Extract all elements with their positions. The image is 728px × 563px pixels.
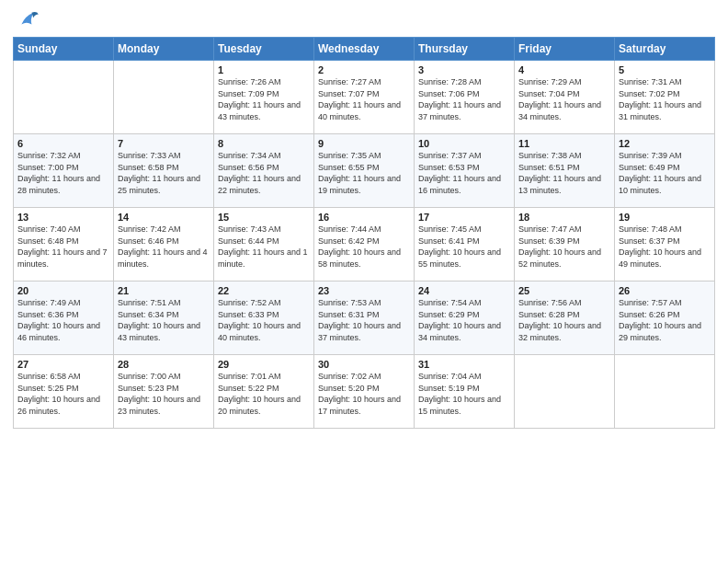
calendar-cell: 8Sunrise: 7:34 AM Sunset: 6:56 PM Daylig…	[214, 134, 314, 208]
calendar-cell: 2Sunrise: 7:27 AM Sunset: 7:07 PM Daylig…	[314, 61, 415, 134]
calendar-cell: 6Sunrise: 7:32 AM Sunset: 7:00 PM Daylig…	[14, 134, 114, 208]
cell-content: Sunrise: 7:02 AM Sunset: 5:20 PM Dayligh…	[318, 371, 410, 417]
calendar-cell: 15Sunrise: 7:43 AM Sunset: 6:44 PM Dayli…	[214, 208, 314, 282]
day-number: 20	[17, 285, 109, 296]
day-number: 23	[318, 285, 410, 296]
calendar-cell: 26Sunrise: 7:57 AM Sunset: 6:26 PM Dayli…	[615, 282, 715, 355]
header-cell-tuesday: Tuesday	[214, 38, 314, 61]
calendar-cell: 5Sunrise: 7:31 AM Sunset: 7:02 PM Daylig…	[615, 61, 715, 134]
cell-content: Sunrise: 7:44 AM Sunset: 6:42 PM Dayligh…	[318, 224, 410, 270]
calendar-cell	[14, 61, 114, 134]
cell-content: Sunrise: 7:56 AM Sunset: 6:28 PM Dayligh…	[518, 297, 610, 343]
calendar-cell: 17Sunrise: 7:45 AM Sunset: 6:41 PM Dayli…	[415, 208, 515, 282]
cell-content: Sunrise: 7:39 AM Sunset: 6:49 PM Dayligh…	[619, 150, 711, 196]
cell-content: Sunrise: 7:26 AM Sunset: 7:09 PM Dayligh…	[218, 76, 310, 122]
header-cell-saturday: Saturday	[615, 38, 715, 61]
week-row-1: 6Sunrise: 7:32 AM Sunset: 7:00 PM Daylig…	[14, 134, 715, 208]
day-number: 21	[118, 285, 210, 296]
cell-content: Sunrise: 7:34 AM Sunset: 6:56 PM Dayligh…	[218, 150, 310, 196]
day-number: 18	[518, 212, 610, 223]
calendar-cell	[615, 355, 715, 429]
week-row-2: 13Sunrise: 7:40 AM Sunset: 6:48 PM Dayli…	[14, 208, 715, 282]
cell-content: Sunrise: 6:58 AM Sunset: 5:25 PM Dayligh…	[17, 371, 109, 417]
cell-content: Sunrise: 7:45 AM Sunset: 6:41 PM Dayligh…	[418, 224, 510, 270]
cell-content: Sunrise: 7:35 AM Sunset: 6:55 PM Dayligh…	[318, 150, 410, 196]
day-number: 15	[218, 212, 310, 223]
calendar-cell: 31Sunrise: 7:04 AM Sunset: 5:19 PM Dayli…	[415, 355, 515, 429]
day-number: 12	[619, 138, 711, 149]
calendar-cell: 10Sunrise: 7:37 AM Sunset: 6:53 PM Dayli…	[415, 134, 515, 208]
cell-content: Sunrise: 7:42 AM Sunset: 6:46 PM Dayligh…	[118, 224, 210, 270]
day-number: 30	[318, 359, 410, 370]
cell-content: Sunrise: 7:52 AM Sunset: 6:33 PM Dayligh…	[218, 297, 310, 343]
calendar-cell	[114, 61, 214, 134]
calendar-cell: 20Sunrise: 7:49 AM Sunset: 6:36 PM Dayli…	[14, 282, 114, 355]
day-number: 2	[318, 64, 410, 75]
calendar-cell: 18Sunrise: 7:47 AM Sunset: 6:39 PM Dayli…	[515, 208, 615, 282]
logo	[13, 9, 42, 31]
cell-content: Sunrise: 7:33 AM Sunset: 6:58 PM Dayligh…	[118, 150, 210, 196]
day-number: 24	[418, 285, 510, 296]
cell-content: Sunrise: 7:40 AM Sunset: 6:48 PM Dayligh…	[17, 224, 109, 270]
week-row-4: 27Sunrise: 6:58 AM Sunset: 5:25 PM Dayli…	[14, 355, 715, 429]
calendar-cell: 25Sunrise: 7:56 AM Sunset: 6:28 PM Dayli…	[515, 282, 615, 355]
calendar-cell	[515, 355, 615, 429]
day-number: 9	[318, 138, 410, 149]
calendar-cell: 28Sunrise: 7:00 AM Sunset: 5:23 PM Dayli…	[114, 355, 214, 429]
cell-content: Sunrise: 7:27 AM Sunset: 7:07 PM Dayligh…	[318, 76, 410, 122]
cell-content: Sunrise: 7:49 AM Sunset: 6:36 PM Dayligh…	[17, 297, 109, 343]
header-cell-wednesday: Wednesday	[314, 38, 415, 61]
day-number: 3	[418, 64, 510, 75]
cell-content: Sunrise: 7:57 AM Sunset: 6:26 PM Dayligh…	[619, 297, 711, 343]
day-number: 13	[17, 212, 109, 223]
cell-content: Sunrise: 7:31 AM Sunset: 7:02 PM Dayligh…	[619, 76, 711, 122]
day-number: 16	[318, 212, 410, 223]
calendar-cell: 27Sunrise: 6:58 AM Sunset: 5:25 PM Dayli…	[14, 355, 114, 429]
day-number: 1	[218, 64, 310, 75]
day-number: 7	[118, 138, 210, 149]
header-cell-thursday: Thursday	[415, 38, 515, 61]
calendar-cell: 14Sunrise: 7:42 AM Sunset: 6:46 PM Dayli…	[114, 208, 214, 282]
day-number: 19	[619, 212, 711, 223]
header-cell-sunday: Sunday	[14, 38, 114, 61]
day-number: 27	[17, 359, 109, 370]
cell-content: Sunrise: 7:29 AM Sunset: 7:04 PM Dayligh…	[518, 76, 610, 122]
header-cell-monday: Monday	[114, 38, 214, 61]
cell-content: Sunrise: 7:00 AM Sunset: 5:23 PM Dayligh…	[118, 371, 210, 417]
day-number: 29	[218, 359, 310, 370]
cell-content: Sunrise: 7:32 AM Sunset: 7:00 PM Dayligh…	[17, 150, 109, 196]
day-number: 14	[118, 212, 210, 223]
calendar-cell: 11Sunrise: 7:38 AM Sunset: 6:51 PM Dayli…	[515, 134, 615, 208]
day-number: 17	[418, 212, 510, 223]
logo-bird-icon	[13, 9, 39, 31]
cell-content: Sunrise: 7:48 AM Sunset: 6:37 PM Dayligh…	[619, 224, 711, 270]
calendar-cell: 1Sunrise: 7:26 AM Sunset: 7:09 PM Daylig…	[214, 61, 314, 134]
cell-content: Sunrise: 7:28 AM Sunset: 7:06 PM Dayligh…	[418, 76, 510, 122]
day-number: 26	[619, 285, 711, 296]
calendar-table: SundayMondayTuesdayWednesdayThursdayFrid…	[13, 37, 715, 429]
calendar-cell: 7Sunrise: 7:33 AM Sunset: 6:58 PM Daylig…	[114, 134, 214, 208]
cell-content: Sunrise: 7:54 AM Sunset: 6:29 PM Dayligh…	[418, 297, 510, 343]
calendar-cell: 4Sunrise: 7:29 AM Sunset: 7:04 PM Daylig…	[515, 61, 615, 134]
calendar-cell: 29Sunrise: 7:01 AM Sunset: 5:22 PM Dayli…	[214, 355, 314, 429]
cell-content: Sunrise: 7:43 AM Sunset: 6:44 PM Dayligh…	[218, 224, 310, 270]
week-row-0: 1Sunrise: 7:26 AM Sunset: 7:09 PM Daylig…	[14, 61, 715, 134]
cell-content: Sunrise: 7:38 AM Sunset: 6:51 PM Dayligh…	[518, 150, 610, 196]
day-number: 25	[518, 285, 610, 296]
calendar-cell: 9Sunrise: 7:35 AM Sunset: 6:55 PM Daylig…	[314, 134, 415, 208]
calendar-cell: 19Sunrise: 7:48 AM Sunset: 6:37 PM Dayli…	[615, 208, 715, 282]
day-number: 5	[619, 64, 711, 75]
calendar-cell: 21Sunrise: 7:51 AM Sunset: 6:34 PM Dayli…	[114, 282, 214, 355]
day-number: 10	[418, 138, 510, 149]
cell-content: Sunrise: 7:47 AM Sunset: 6:39 PM Dayligh…	[518, 224, 610, 270]
calendar-cell: 12Sunrise: 7:39 AM Sunset: 6:49 PM Dayli…	[615, 134, 715, 208]
header-cell-friday: Friday	[515, 38, 615, 61]
day-number: 6	[17, 138, 109, 149]
cell-content: Sunrise: 7:04 AM Sunset: 5:19 PM Dayligh…	[418, 371, 510, 417]
calendar-cell: 23Sunrise: 7:53 AM Sunset: 6:31 PM Dayli…	[314, 282, 415, 355]
day-number: 8	[218, 138, 310, 149]
cell-content: Sunrise: 7:37 AM Sunset: 6:53 PM Dayligh…	[418, 150, 510, 196]
day-number: 11	[518, 138, 610, 149]
cell-content: Sunrise: 7:53 AM Sunset: 6:31 PM Dayligh…	[318, 297, 410, 343]
cell-content: Sunrise: 7:01 AM Sunset: 5:22 PM Dayligh…	[218, 371, 310, 417]
